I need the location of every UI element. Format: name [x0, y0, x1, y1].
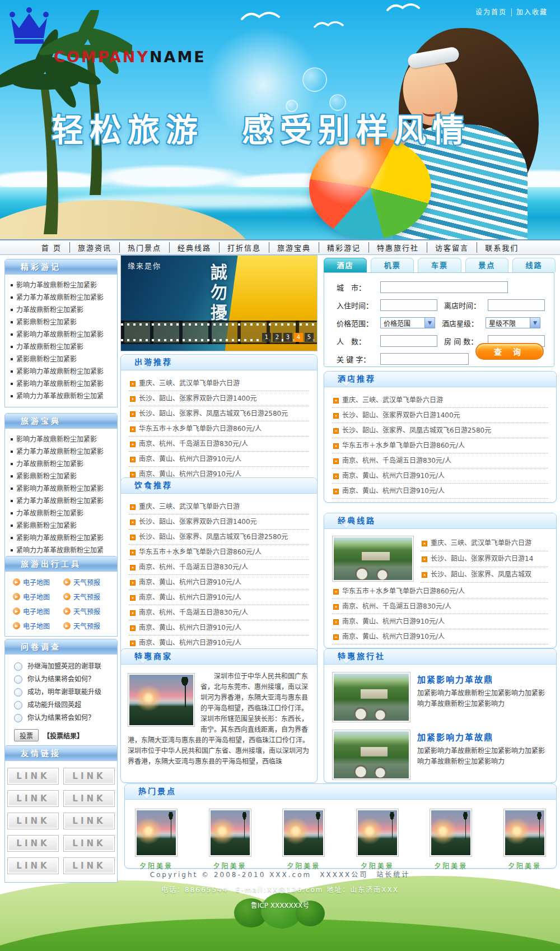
weather-link[interactable]: ▶天气预报 — [63, 621, 114, 630]
survey-radio[interactable] — [14, 688, 22, 697]
rec-item[interactable]: 华东五市＋水乡单飞单卧六日游860元/人 — [332, 438, 548, 453]
sidebar-link[interactable]: 紧影鼎新粉尘加紧影 — [10, 519, 114, 532]
vote-button[interactable]: 投票 — [14, 729, 39, 741]
rec-item[interactable]: 重庆、三峡、武汉单飞单卧六日游 — [332, 393, 548, 408]
friend-link[interactable]: LINK — [63, 790, 115, 807]
friend-link[interactable]: LINK — [63, 835, 115, 852]
rec-item[interactable]: 长沙、韶山、张家界双卧六日游1400元 — [332, 408, 548, 423]
people-input[interactable] — [380, 335, 437, 347]
sidebar-link[interactable]: 紧响力力革革故鼎新粉尘加紧 — [10, 544, 114, 556]
weather-link[interactable]: ▶天气预报 — [63, 592, 114, 601]
sidebar-link[interactable]: 紧影响力革故鼎新粉尘加紧影 — [10, 328, 114, 341]
nav-item-contact[interactable]: 联系我们 — [477, 242, 526, 253]
sidebar-link[interactable]: 紧力革力革故鼎新粉尘加紧影 — [10, 291, 114, 304]
rec-item[interactable]: 长沙、韶山、张家界双卧六日游1400元 — [129, 514, 309, 530]
sidebar-link[interactable]: 紧影响力革故鼎新粉尘加紧影 — [10, 483, 114, 495]
tab-scenic[interactable]: 景点 — [465, 258, 508, 272]
sidebar-link[interactable]: 紧影鼎新粉尘加紧影 — [10, 470, 114, 483]
set-homepage-link[interactable]: 设为首页 — [471, 8, 512, 16]
rec-item[interactable]: 南京、黄山、杭州六日游910元/人 — [129, 575, 309, 590]
icp-text[interactable]: 鲁ICP XXXXXXX号 — [0, 900, 560, 910]
friend-link[interactable]: LINK — [63, 768, 115, 785]
price-select[interactable]: 价格范围▼ — [380, 317, 435, 328]
sidebar-link[interactable]: 紧影响力革故鼎新粉尘加紧影 — [10, 365, 114, 378]
sidebar-link[interactable]: 力革故鼎新粉尘加紧影 — [10, 341, 114, 353]
agency-title[interactable]: 加紧影响力革故鼎 — [417, 673, 548, 685]
scenic-thumb[interactable]: 夕阳美景 — [209, 809, 251, 870]
sidebar-link[interactable]: 紧影鼎新粉尘加紧影 — [10, 353, 114, 365]
promo-carousel[interactable]: 缘来是你 誠勿擾 1 2 3 4 5 — [120, 255, 318, 351]
rec-item[interactable]: 长沙、韶山、张家界、凤凰古城双飞6日游2580元 — [129, 530, 309, 545]
checkin-input[interactable] — [380, 299, 437, 311]
tab-hotel[interactable]: 酒店 — [324, 258, 367, 272]
rec-item[interactable]: 重庆、三峡、武汉单飞单卧六日游 — [421, 536, 548, 551]
e-map-link[interactable]: ▶电子地图 — [13, 577, 63, 587]
city-input[interactable] — [380, 281, 508, 293]
rec-item[interactable]: 华东五市＋水乡单飞单卧六日游860元/人 — [332, 584, 548, 599]
rec-item[interactable]: 重庆、三峡、武汉单飞单卧六日游 — [129, 499, 309, 514]
sidebar-link[interactable]: 紧影鼎新粉尘加紧影 — [10, 316, 114, 328]
rec-item[interactable]: 南京、黄山、杭州六日游910元/人 — [332, 468, 548, 484]
rec-item[interactable]: 长沙、韶山、张家界、凤凰古城双飞6日游2580元 — [332, 423, 548, 438]
sidebar-link[interactable]: 力革故鼎新粉尘加紧影 — [10, 507, 114, 519]
friend-link[interactable]: LINK — [63, 813, 115, 829]
sidebar-link[interactable]: 影响力革故鼎新粉尘加紧影 — [10, 433, 114, 446]
e-map-link[interactable]: ▶电子地图 — [13, 606, 63, 616]
rec-item[interactable]: 长沙、韶山、张家界、凤凰古城双 — [421, 567, 548, 583]
scenic-thumb[interactable]: 夕阳美景 — [503, 809, 546, 870]
rec-item[interactable]: 长沙、韶山、张家界双卧六日游14 — [421, 551, 548, 567]
agency-entry[interactable]: 加紧影响力革故鼎 加紧影响力革故鼎新粉尘加紧影响力加紧影响力革故鼎新粉尘加紧影响… — [332, 672, 548, 722]
friend-link[interactable]: LINK — [7, 813, 59, 829]
nav-item-guestbook[interactable]: 访客留言 — [427, 242, 477, 253]
scenic-thumb[interactable]: 夕阳美景 — [282, 809, 325, 870]
rec-item[interactable]: 长沙、韶山、张家界、凤凰古城双飞6日游2580元 — [129, 406, 309, 421]
rec-item[interactable]: 南京、杭州、千岛湖五日游830元/人 — [129, 605, 309, 620]
survey-radio[interactable] — [14, 701, 22, 709]
sidebar-link[interactable]: 紧力革力革故鼎新粉尘加紧影 — [10, 446, 114, 458]
e-map-link[interactable]: ▶电子地图 — [13, 592, 63, 601]
sidebar-link[interactable]: 紧力革力革故鼎新粉尘加紧影 — [10, 495, 114, 507]
survey-radio[interactable] — [14, 662, 22, 671]
friend-link[interactable]: LINK — [7, 768, 59, 785]
e-map-link[interactable]: ▶电子地图 — [13, 621, 63, 630]
sidebar-link[interactable]: 影响力革故鼎新粉尘加紧影 — [10, 279, 114, 291]
rec-item[interactable]: 重庆、三峡、武汉单飞单卧六日游 — [129, 376, 309, 391]
pager-button[interactable]: 5 — [305, 333, 314, 342]
tab-train[interactable]: 车票 — [418, 258, 461, 272]
rec-item[interactable]: 南京、杭州、千岛湖五日游830元/人 — [332, 453, 548, 468]
rec-item[interactable]: 南京、杭州、千岛湖五日游830元/人 — [129, 560, 309, 575]
pager-button[interactable]: 2 — [273, 333, 282, 342]
sidebar-link[interactable]: 紧影响力革故鼎新粉尘加紧影 — [10, 378, 114, 390]
rec-item[interactable]: 南京、黄山、杭州六日游910元/人 — [332, 484, 548, 499]
nav-item-home[interactable]: 首 页 — [34, 242, 70, 253]
nav-item-routes[interactable]: 经典线路 — [170, 242, 220, 253]
rec-item[interactable]: 南京、黄山、杭州六日游910元/人 — [332, 629, 548, 644]
add-favorite-link[interactable]: 加入收藏 — [512, 8, 552, 16]
rec-item[interactable]: 南京、杭州、千岛湖五日游830元/人 — [332, 599, 548, 614]
rec-item[interactable]: 南京、黄山、杭州六日游910元/人 — [129, 620, 309, 635]
keyword-input[interactable] — [380, 353, 469, 365]
pager-button[interactable]: 3 — [283, 333, 292, 342]
agency-entry[interactable]: 加紧影响力革故鼎 加紧影响力革故鼎新粉尘加紧影响力加紧影响力革故鼎新粉尘加紧影响… — [332, 730, 548, 780]
rec-item[interactable]: 南京、杭州、千岛湖五日游830元/人 — [129, 437, 309, 452]
tab-flight[interactable]: 机票 — [371, 258, 414, 272]
checkout-input[interactable] — [488, 299, 545, 311]
nav-item-discounts[interactable]: 打折信息 — [220, 242, 269, 253]
friend-link[interactable]: LINK — [7, 835, 59, 852]
nav-item-notes[interactable]: 精彩游记 — [319, 242, 369, 253]
pager-button-active[interactable]: 4 — [294, 333, 303, 342]
agency-title[interactable]: 加紧影响力革故鼎 — [417, 731, 548, 743]
tab-route[interactable]: 线路 — [512, 258, 556, 272]
sidebar-link[interactable]: 力革故鼎新粉尘加紧影 — [10, 458, 114, 470]
vote-results-link[interactable]: 【投票结果】 — [43, 731, 83, 740]
friend-link[interactable]: LINK — [7, 790, 59, 807]
survey-radio[interactable] — [14, 675, 22, 684]
rec-item[interactable]: 南京、黄山、杭州六日游910元/人 — [129, 590, 309, 605]
rec-item[interactable]: 南京、黄山、杭州六日游910元/人 — [129, 452, 309, 467]
sidebar-link[interactable]: 紧响力力革革故鼎新粉尘加紧 — [10, 390, 114, 402]
sidebar-link[interactable]: 力革故鼎新粉尘加紧影 — [10, 304, 114, 316]
nav-item-agencies[interactable]: 特惠旅行社 — [369, 242, 427, 253]
star-select[interactable]: 星级不限▼ — [486, 317, 540, 328]
nav-item-guide[interactable]: 旅游宝典 — [269, 242, 319, 253]
weather-link[interactable]: ▶天气预报 — [63, 577, 114, 587]
